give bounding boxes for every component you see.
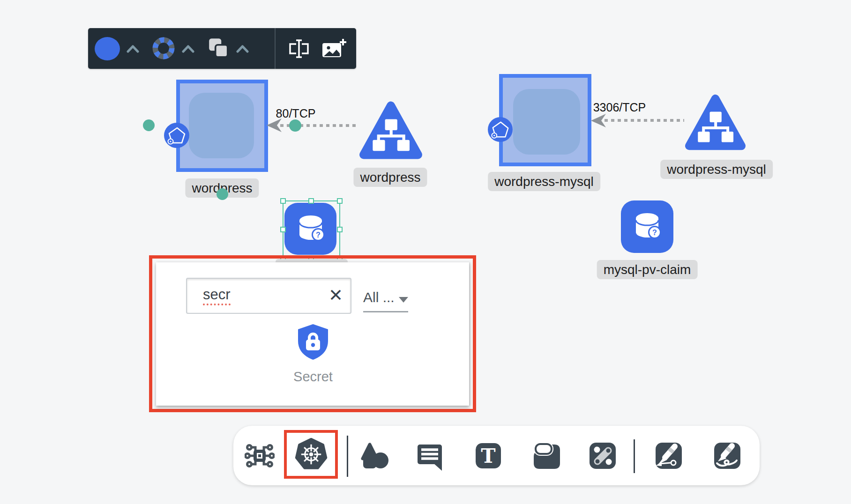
kubernetes-tool-selected[interactable]	[284, 430, 338, 479]
node-label[interactable]: wordpress	[353, 168, 427, 187]
tool-dock: T	[233, 426, 760, 485]
deployment-wordpress[interactable]	[176, 80, 268, 172]
edge-label: 3306/TCP	[593, 101, 646, 114]
kubernetes-helm-icon	[295, 438, 328, 471]
palette-result-secret[interactable]: Secret	[279, 323, 347, 385]
connector-tool-icon[interactable]	[588, 441, 618, 471]
filter-value: All ...	[363, 289, 395, 305]
result-label: Secret	[279, 369, 347, 385]
arrowhead-icon	[590, 113, 606, 128]
search-input-value: secr	[203, 286, 231, 305]
palette-popup-frame: secr ✕ All ... Secret	[149, 255, 476, 412]
node-label[interactable]: wordpress-mysql	[488, 172, 600, 191]
text-tool-icon[interactable]: T	[473, 441, 503, 471]
service-wordpress-mysql[interactable]	[684, 90, 746, 155]
connection-handle[interactable]	[216, 188, 228, 200]
chevron-up-icon[interactable]	[182, 45, 194, 53]
edge-endpoint-handle[interactable]	[289, 119, 301, 132]
category-filter-dropdown[interactable]: All ...	[363, 289, 408, 312]
stroke-style-ring-icon[interactable]	[152, 37, 175, 60]
comment-tool-icon[interactable]	[415, 441, 445, 471]
edge-pen-tool-icon[interactable]	[654, 441, 684, 471]
secret-shield-icon	[296, 323, 330, 361]
resize-handle[interactable]	[308, 198, 314, 204]
toolbar-divider	[275, 28, 276, 69]
replace-image-icon[interactable]	[321, 37, 347, 60]
draw-pencil-tool-icon[interactable]	[712, 441, 742, 471]
selection-box[interactable]	[283, 200, 340, 259]
pod-badge-icon[interactable]	[488, 117, 513, 142]
node-label[interactable]: mysql-pv-claim	[597, 260, 698, 279]
service-wordpress[interactable]	[358, 100, 423, 161]
pod-area	[513, 89, 580, 155]
connection-handle[interactable]	[143, 119, 155, 131]
resize-handle[interactable]	[280, 198, 286, 204]
resize-handle[interactable]	[337, 227, 343, 232]
palette-popup: secr ✕ All ... Secret	[156, 262, 469, 406]
volume-claim-icon: ?	[624, 203, 671, 250]
edge-label: 80/TCP	[276, 107, 316, 120]
dock-divider	[634, 439, 635, 473]
edge-80tcp[interactable]	[274, 124, 359, 127]
copy-style-icon[interactable]	[207, 37, 231, 60]
deployment-wordpress-mysql[interactable]	[499, 74, 591, 166]
search-input[interactable]: secr ✕	[186, 278, 351, 314]
resize-handle[interactable]	[337, 198, 343, 204]
node-label[interactable]: wordpress-mysql	[660, 160, 773, 179]
edge-3306tcp[interactable]	[598, 119, 684, 122]
pod-area	[189, 93, 254, 158]
svg-text:T: T	[481, 445, 495, 467]
shapes-tool-icon[interactable]	[359, 441, 389, 471]
frame-tool-icon[interactable]	[532, 441, 562, 471]
fill-style-circle-icon[interactable]	[95, 37, 120, 60]
clear-search-icon[interactable]: ✕	[328, 286, 343, 305]
dock-divider	[347, 436, 348, 477]
resize-handle[interactable]	[280, 227, 286, 232]
dropdown-caret-icon	[399, 297, 408, 303]
rename-field-icon[interactable]	[287, 38, 311, 59]
chevron-up-icon[interactable]	[236, 45, 249, 53]
pod-badge-icon[interactable]	[164, 123, 189, 148]
pvc-mysql-pv-claim[interactable]: ?	[621, 200, 673, 253]
svg-text:?: ?	[652, 229, 657, 237]
chevron-up-icon[interactable]	[127, 45, 139, 53]
dropdown-underline	[363, 311, 408, 312]
infrastructure-tool-icon[interactable]	[245, 441, 275, 471]
style-toolbar	[88, 28, 356, 69]
